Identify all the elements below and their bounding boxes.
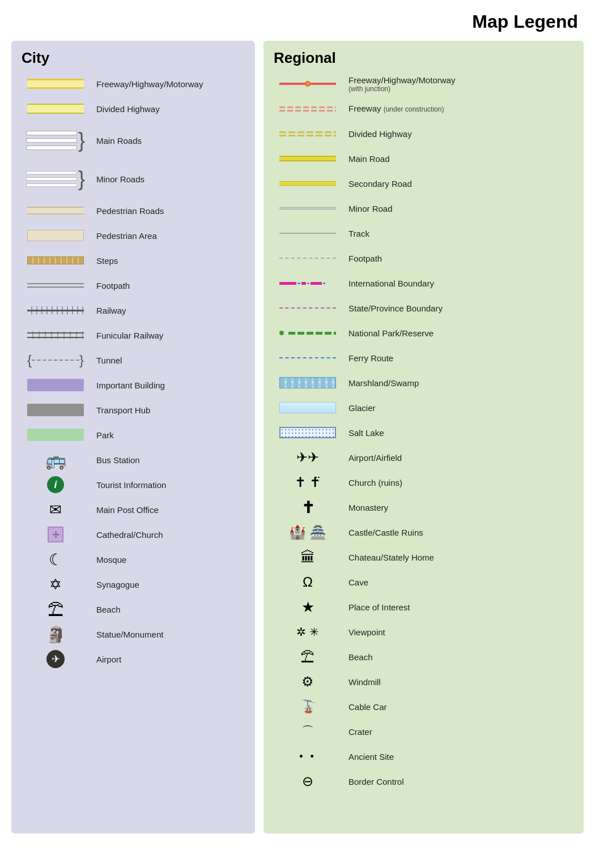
list-item: Ω Cave: [274, 572, 573, 592]
list-item: ✈✈ Airport/Airfield: [274, 447, 573, 468]
list-item: 🚡 Cable Car: [274, 696, 573, 717]
reg-secondary-road-symbol: [274, 181, 342, 186]
reg-cablecar-symbol: 🚡: [274, 699, 342, 714]
ancient-icon: • •: [299, 751, 316, 763]
legend-label: International Boundary: [348, 279, 434, 288]
list-item: Pedestrian Roads: [22, 200, 245, 221]
legend-label: Steps: [96, 256, 118, 266]
airport-symbol: ✈: [22, 650, 90, 668]
legend-label: Glacier: [348, 403, 376, 413]
legend-label: Main Post Office: [96, 505, 159, 515]
legend-label: Cable Car: [348, 702, 387, 712]
list-item: ⛱ Beach: [274, 647, 573, 667]
list-item: Footpath: [22, 275, 245, 296]
important-building-symbol: [22, 379, 90, 391]
beach-icon: ⛱: [48, 600, 63, 619]
list-item: 🏛 Chateau/Stately Home: [274, 547, 573, 567]
list-item: ⛱ Beach: [22, 599, 245, 619]
legend-label: Marshland/Swamp: [348, 378, 419, 388]
legend-label: National Park/Reserve: [348, 328, 434, 338]
legend-label: Place of Interest: [348, 602, 410, 612]
reg-national-park-symbol: [274, 331, 342, 335]
tourist-info-symbol: i: [22, 476, 90, 493]
post-office-symbol: ✉: [22, 501, 90, 519]
legend-sublabel: (under construction): [384, 105, 444, 113]
list-item: International Boundary: [274, 273, 573, 293]
legend-label: Secondary Road: [348, 179, 412, 189]
castle-icon: 🏰 🏯: [289, 524, 327, 540]
legend-label: Freeway/Highway/Motorway: [348, 75, 455, 85]
reg-viewpoint-symbol: ✲ ✳: [274, 625, 342, 639]
city-heading: City: [22, 49, 245, 67]
legend-label: Salt Lake: [348, 428, 384, 438]
page-title: Map Legend: [11, 11, 584, 32]
legend-label: Border Control: [348, 777, 404, 786]
reg-ancient-symbol: • •: [274, 751, 342, 763]
list-item: National Park/Reserve: [274, 323, 573, 343]
legend-label: Divided Highway: [96, 104, 160, 114]
list-item: Ferry Route: [274, 348, 573, 368]
bus-station-symbol: 🚌: [22, 450, 90, 470]
reg-footpath-symbol: [274, 258, 342, 259]
list-item: 🚌 Bus Station: [22, 450, 245, 470]
list-item: ✝ Monastery: [274, 497, 573, 518]
legend-label: Church (ruins): [348, 478, 402, 488]
reg-cave-symbol: Ω: [274, 574, 342, 590]
list-item: ✡ Synagogue: [22, 574, 245, 595]
list-item: ✈ Airport: [22, 649, 245, 669]
list-item: Secondary Road: [274, 173, 573, 194]
legend-label: Airport/Airfield: [348, 453, 402, 463]
airport-icon: ✈: [46, 650, 65, 668]
statue-icon: 🗿: [46, 625, 66, 644]
list-item: Main Road: [274, 148, 573, 169]
legend-label: Chateau/Stately Home: [348, 553, 434, 562]
regional-column: Regional Freeway/Highway/Motorway (with …: [264, 41, 584, 833]
windmill-icon: ⚙: [301, 674, 314, 690]
list-item: Transport Hub: [22, 400, 245, 420]
synagogue-icon: ✡: [49, 576, 62, 593]
legend-label: Synagogue: [96, 580, 139, 589]
reg-church-symbol: ✝ ✝̈: [274, 474, 342, 490]
regional-heading: Regional: [274, 49, 573, 67]
legend-label: Main Roads: [96, 136, 142, 146]
legend-label: Mosque: [96, 555, 126, 565]
city-column: City Freeway/Highway/Motorway Divided Hi…: [11, 41, 255, 833]
list-item: 🏰 🏯 Castle/Castle Ruins: [274, 522, 573, 542]
list-item: Railway: [22, 300, 245, 320]
legend-label: Track: [348, 229, 369, 238]
reg-beach-icon: ⛱: [301, 649, 314, 665]
cablecar-icon: 🚡: [300, 699, 316, 714]
list-item: Glacier: [274, 397, 573, 418]
list-item: i Tourist Information: [22, 474, 245, 495]
reg-glacier-symbol: [274, 402, 342, 413]
list-item: State/Province Boundary: [274, 298, 573, 318]
list-item: Salt Lake: [274, 422, 573, 443]
list-item: } Main Roads: [22, 123, 245, 157]
mosque-icon: ☾: [49, 550, 63, 569]
list-item: • • Ancient Site: [274, 746, 573, 767]
list-item: ★ Place of Interest: [274, 597, 573, 617]
legend-label: Ancient Site: [348, 752, 394, 762]
list-item: Important Building: [22, 375, 245, 395]
main-roads-symbol: }: [22, 130, 90, 151]
list-item: Marshland/Swamp: [274, 373, 573, 393]
list-item: ☾ Mosque: [22, 549, 245, 570]
legend-label: Freeway: [348, 104, 384, 113]
border-icon: ⊖: [302, 773, 313, 789]
legend-label: Ferry Route: [348, 353, 393, 363]
legend-label: Pedestrian Area: [96, 231, 157, 241]
reg-chateau-symbol: 🏛: [274, 549, 342, 566]
list-item: { } Tunnel: [22, 350, 245, 370]
list-item: ⌒ Crater: [274, 721, 573, 742]
list-item: } Minor Roads: [22, 162, 245, 196]
legend-label: Tunnel: [96, 356, 122, 365]
legend-label: Cathedral/Church: [96, 530, 163, 540]
crater-icon: ⌒: [301, 723, 314, 740]
mosque-symbol: ☾: [22, 550, 90, 569]
list-item: ✛ Cathedral/Church: [22, 524, 245, 545]
legend-label: Main Road: [348, 154, 390, 164]
chateau-icon: 🏛: [300, 549, 315, 566]
legend-label: Viewpoint: [348, 627, 385, 637]
legend-label: Beach: [348, 652, 373, 662]
legend-label: Airport: [96, 655, 121, 664]
